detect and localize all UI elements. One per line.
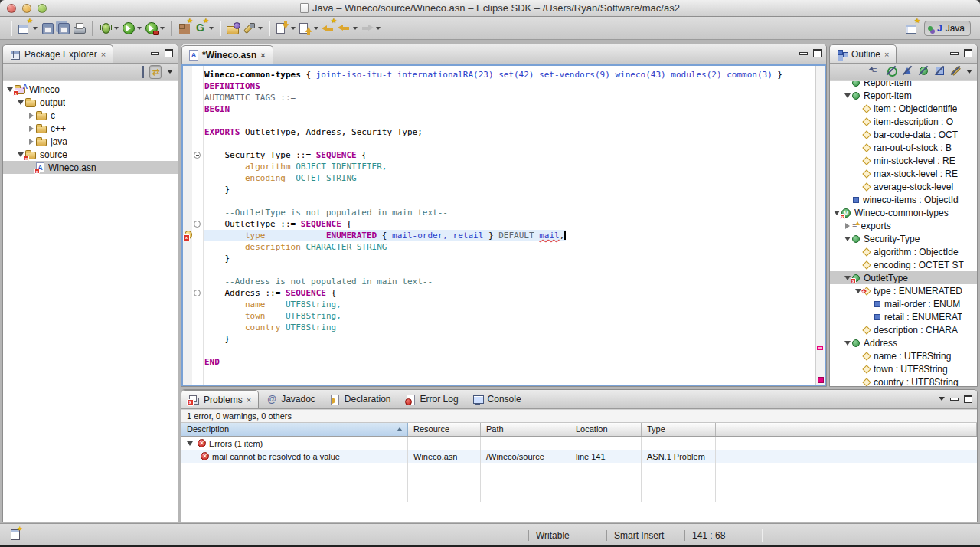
problem-row[interactable]: ✕mail cannot be resolved to a valueWinec… bbox=[181, 450, 977, 463]
fold-marker[interactable] bbox=[194, 152, 201, 159]
search-button[interactable] bbox=[241, 18, 264, 38]
filter-square-button[interactable] bbox=[934, 65, 945, 78]
minimize-window-button[interactable] bbox=[22, 4, 31, 13]
tab-wineco-asn-editor[interactable]: A *Wineco.asn × bbox=[181, 45, 273, 64]
column-header-resource[interactable]: Resource bbox=[408, 423, 481, 436]
disclosure-triangle[interactable] bbox=[16, 100, 24, 105]
view-menu-icon[interactable] bbox=[966, 70, 972, 74]
maximize-button[interactable] bbox=[165, 49, 173, 57]
next-annotation-button[interactable] bbox=[274, 18, 297, 38]
problem-group-row[interactable]: ✕Errors (1 item) bbox=[181, 437, 977, 450]
column-header-location[interactable]: Location bbox=[570, 423, 642, 436]
view-menu-icon[interactable] bbox=[939, 397, 945, 401]
tree-item-wineco.asn[interactable]: AxWineco.asn bbox=[3, 161, 178, 174]
tree-item-ran-out-of-stock[interactable]: ran-out-of-stock : B bbox=[830, 141, 977, 154]
tree-item-item-description[interactable]: item-description : O bbox=[830, 115, 977, 128]
previous-annotation-button[interactable] bbox=[297, 18, 320, 38]
tab-declaration[interactable]: Declaration bbox=[322, 390, 398, 408]
perspective-java-button[interactable]: J Java bbox=[924, 21, 971, 36]
debug-button[interactable] bbox=[97, 18, 120, 38]
back-button[interactable] bbox=[336, 18, 359, 38]
fast-view-icon[interactable] bbox=[11, 529, 20, 540]
fold-marker[interactable] bbox=[194, 221, 201, 228]
filter-triangle-button[interactable] bbox=[902, 65, 913, 78]
tree-item-algorithm[interactable]: algorithm : ObjectIde bbox=[830, 245, 977, 258]
column-header-empty[interactable] bbox=[716, 423, 977, 436]
tree-item-source[interactable]: xsource bbox=[3, 148, 178, 161]
column-header-path[interactable]: Path bbox=[481, 423, 570, 436]
tree-item-town[interactable]: town : UTF8String bbox=[830, 362, 977, 375]
tree-item-c[interactable]: c bbox=[3, 109, 178, 122]
annotation-ruler[interactable] bbox=[183, 66, 192, 385]
tree-item-min-stock-level[interactable]: min-stock-level : RE bbox=[830, 154, 977, 167]
tree-item-max-stock-level[interactable]: max-stock-level : RE bbox=[830, 167, 977, 180]
close-window-button[interactable] bbox=[7, 4, 16, 13]
disclosure-triangle[interactable] bbox=[843, 237, 851, 241]
tree-item-c++[interactable]: c++ bbox=[3, 122, 178, 135]
maximize-button[interactable] bbox=[964, 49, 972, 57]
tree-item-description[interactable]: description : CHARA bbox=[830, 323, 977, 336]
maximize-button[interactable] bbox=[813, 49, 822, 57]
disclosure-triangle[interactable] bbox=[27, 113, 35, 119]
new-wizard-button[interactable] bbox=[16, 18, 39, 38]
tree-item-bar-code-data[interactable]: bar-code-data : OCT bbox=[830, 128, 977, 141]
tree-item-encoding[interactable]: encoding : OCTET ST bbox=[830, 258, 977, 271]
minimize-button[interactable] bbox=[799, 52, 808, 55]
folding-ruler[interactable] bbox=[192, 66, 204, 385]
tree-item-wineco-common-types[interactable]: MxWineco-common-types bbox=[830, 206, 977, 219]
zoom-window-button[interactable] bbox=[38, 4, 47, 13]
close-icon[interactable]: × bbox=[101, 51, 106, 58]
minimize-button[interactable] bbox=[950, 398, 959, 401]
tab-problems[interactable]: Problems× bbox=[181, 390, 259, 408]
print-button[interactable] bbox=[71, 18, 87, 38]
tab-javadoc[interactable]: Javadoc bbox=[259, 390, 322, 408]
tree-item-mail-order[interactable]: mail-order : ENUM bbox=[830, 297, 977, 310]
disclosure-triangle[interactable] bbox=[27, 139, 35, 145]
link-with-editor-button[interactable]: ⇄ bbox=[149, 65, 162, 79]
expanded-triangle-icon[interactable] bbox=[187, 441, 193, 446]
tree-item-name[interactable]: name : UTF8String bbox=[830, 349, 977, 362]
minimize-button[interactable] bbox=[950, 52, 959, 55]
close-icon[interactable]: × bbox=[260, 51, 265, 59]
save-button[interactable] bbox=[39, 18, 55, 38]
sort-button[interactable] bbox=[870, 65, 880, 78]
tree-item-type[interactable]: xtype : ENUMERATED bbox=[830, 284, 977, 297]
filter-ball-button[interactable] bbox=[918, 65, 929, 78]
run-external-button[interactable] bbox=[143, 18, 166, 38]
tab-outline[interactable]: Outline × bbox=[829, 44, 897, 63]
tree-item-report-item[interactable]: Report-item bbox=[830, 89, 977, 102]
filter-pencil-button[interactable] bbox=[950, 65, 961, 78]
code-editor[interactable]: Wineco-common-types { joint-iso-itu-t in… bbox=[204, 66, 815, 385]
tab-package-explorer[interactable]: Package Explorer × bbox=[2, 44, 113, 63]
view-menu-icon[interactable] bbox=[167, 70, 173, 74]
tree-item-java[interactable]: java bbox=[3, 135, 178, 148]
maximize-button[interactable] bbox=[964, 395, 972, 403]
generate-code-button[interactable] bbox=[192, 18, 215, 38]
overview-ruler[interactable] bbox=[815, 66, 825, 385]
disclosure-triangle[interactable] bbox=[843, 93, 851, 98]
tree-item-retail[interactable]: retail : ENUMERAT bbox=[830, 310, 977, 323]
tree-item-average-stock-level[interactable]: average-stock-level bbox=[830, 180, 977, 193]
column-header-type[interactable]: Type bbox=[642, 423, 716, 436]
tree-item-exports[interactable]: ≡exports bbox=[830, 219, 977, 232]
filter-circle-button[interactable] bbox=[886, 65, 897, 78]
collapse-all-button[interactable] bbox=[142, 67, 144, 77]
open-resource-button[interactable] bbox=[225, 18, 241, 38]
disclosure-triangle[interactable] bbox=[27, 126, 35, 132]
disclosure-triangle[interactable] bbox=[843, 341, 851, 346]
column-header-description[interactable]: Description bbox=[181, 423, 408, 436]
tab-error-log[interactable]: Error Log bbox=[398, 390, 466, 408]
run-button[interactable] bbox=[120, 18, 143, 38]
forward-button[interactable] bbox=[359, 18, 382, 38]
tree-item-item[interactable]: item : ObjectIdentifie bbox=[830, 102, 977, 115]
tab-console[interactable]: Console bbox=[466, 390, 528, 408]
close-icon[interactable]: × bbox=[884, 51, 889, 58]
save-all-button[interactable] bbox=[55, 18, 71, 38]
open-perspective-button[interactable] bbox=[903, 18, 920, 38]
tree-item-wineco[interactable]: AxWineco bbox=[3, 83, 178, 96]
fold-marker[interactable] bbox=[194, 290, 201, 296]
tree-item-security-type[interactable]: Security-Type bbox=[830, 232, 977, 245]
tree-item-report-item[interactable]: Report-item bbox=[830, 81, 977, 89]
disclosure-triangle[interactable] bbox=[843, 223, 851, 229]
tree-item-country[interactable]: country : UTF8String bbox=[830, 375, 977, 386]
